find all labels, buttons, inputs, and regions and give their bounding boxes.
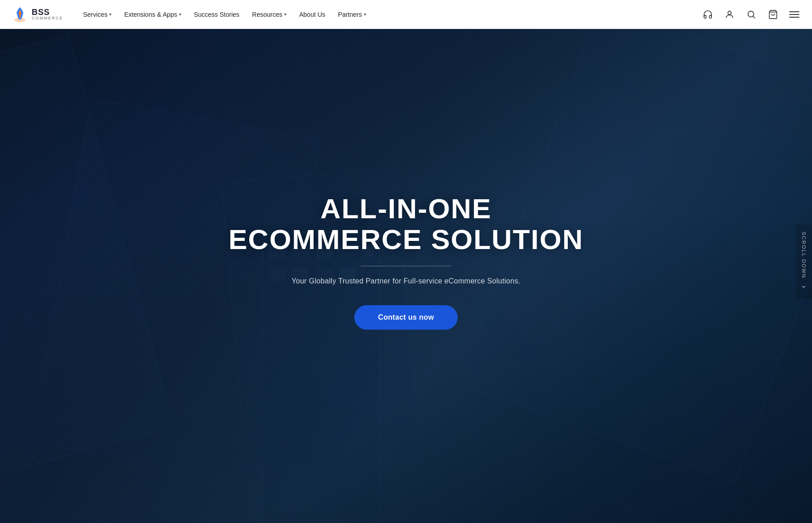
nav-label-extensions: Extensions & Apps	[124, 11, 177, 18]
nav-label-resources: Resources	[252, 11, 282, 18]
nav-menu: Services ▾ Extensions & Apps ▾ Success S…	[78, 7, 701, 22]
hero-section: ALL-IN-ONE ECOMMERCE SOLUTION Your Globa…	[0, 0, 812, 523]
logo-icon	[11, 5, 29, 24]
logo-sub: COMMERCE	[32, 16, 63, 20]
chevron-down-icon: ▾	[109, 12, 111, 17]
search-icon[interactable]	[744, 7, 759, 22]
cart-icon[interactable]	[766, 7, 780, 22]
chevron-down-icon: ▾	[284, 12, 286, 17]
navbar: BSS COMMERCE Services ▾ Extensions & App…	[0, 0, 812, 29]
scroll-down-indicator[interactable]: Scroll down ›	[796, 224, 812, 299]
hero-content: ALL-IN-ONE ECOMMERCE SOLUTION Your Globa…	[202, 193, 610, 330]
svg-point-1	[728, 11, 731, 14]
logo-brand: BSS	[32, 8, 63, 16]
nav-item-services[interactable]: Services ▾	[78, 7, 117, 22]
nav-item-success[interactable]: Success Stories	[188, 7, 245, 22]
contact-us-button[interactable]: Contact us now	[354, 305, 457, 330]
hero-subtitle: Your Globally Trusted Partner for Full-s…	[220, 277, 592, 285]
nav-item-extensions[interactable]: Extensions & Apps ▾	[119, 7, 187, 22]
user-icon[interactable]	[722, 7, 737, 22]
nav-label-success: Success Stories	[194, 11, 239, 18]
svg-point-2	[748, 11, 754, 17]
chevron-down-icon: ▾	[179, 12, 181, 17]
svg-line-3	[753, 16, 755, 18]
scroll-label: Scroll down	[801, 231, 807, 278]
nav-item-resources[interactable]: Resources ▾	[246, 7, 292, 22]
hero-divider	[361, 266, 451, 266]
nav-label-partners: Partners	[338, 11, 362, 18]
nav-item-about[interactable]: About Us	[294, 7, 331, 22]
logo[interactable]: BSS COMMERCE	[11, 5, 63, 24]
chevron-down-icon: ▾	[364, 12, 366, 17]
support-icon[interactable]	[701, 7, 715, 22]
navbar-actions	[701, 7, 801, 22]
nav-item-partners[interactable]: Partners ▾	[333, 7, 372, 22]
hero-title: ALL-IN-ONE ECOMMERCE SOLUTION	[220, 193, 592, 255]
scroll-arrow-icon: ›	[799, 285, 809, 288]
nav-label-about: About Us	[299, 11, 325, 18]
nav-label-services: Services	[83, 11, 108, 18]
menu-icon[interactable]	[788, 10, 801, 19]
